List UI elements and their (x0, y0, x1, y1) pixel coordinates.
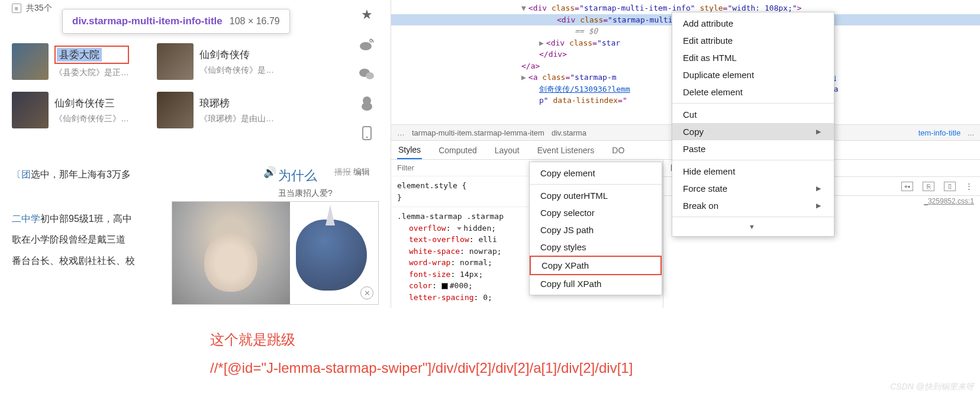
annotation-text: 这个就是跳级 //*[@id="J-lemma-starmap-swiper"]… (210, 325, 633, 382)
menu-edit-html[interactable]: Edit as HTML (672, 49, 834, 66)
tooltip-dimensions: 108 × 16.79 (230, 16, 280, 27)
breadcrumb-item-active[interactable]: tem-info-title (918, 128, 961, 137)
menu-copy[interactable]: Copy▶ (672, 123, 834, 140)
weibo-icon[interactable] (358, 36, 376, 53)
mobile-icon[interactable] (358, 124, 376, 142)
svg-point-0 (360, 42, 372, 50)
menu-copy-styles[interactable]: Copy styles (530, 238, 662, 256)
tab-layout[interactable]: Layout (494, 142, 521, 159)
item-title: 县委大院 (57, 48, 102, 62)
chevron-right-icon: ▶ (816, 185, 821, 192)
item-description: 《仙剑奇侠传三》… (54, 114, 129, 124)
element-context-menu: Add attribute Edit attribute Edit as HTM… (672, 12, 834, 237)
item-thumbnail (157, 43, 194, 80)
article-link[interactable]: 〔团 (12, 169, 31, 179)
panel-icon[interactable]: ▯ (944, 182, 956, 191)
menu-hide[interactable]: Hide element (672, 163, 834, 180)
breadcrumb-ellipsis[interactable]: ... (968, 128, 974, 137)
item-description: 《琅琊榜》是由山… (199, 114, 274, 124)
menu-copy-jspath[interactable]: Copy JS path (530, 221, 662, 238)
doc-icon: ≡ (12, 4, 21, 13)
item-description: 《仙剑奇侠传》是… (199, 65, 274, 76)
element-inspector-tooltip: div.starmap-multi-item-info-title 108 × … (62, 9, 290, 34)
starmap-item[interactable]: 仙剑奇侠传 《仙剑奇侠传》是… (157, 43, 290, 80)
article-link[interactable]: 二中学 (12, 214, 40, 224)
svg-point-7 (366, 137, 368, 138)
tab-computed[interactable]: Computed (437, 142, 478, 159)
menu-edit-attribute[interactable]: Edit attribute (672, 32, 834, 49)
starmap-item[interactable]: 仙剑奇侠传三 《仙剑奇侠传三》… (12, 92, 145, 128)
item-thumbnail (12, 43, 49, 80)
count-text: 共35个 (26, 3, 52, 14)
baby-photo (172, 202, 290, 304)
why-subtitle: 丑当康招人爱? (278, 188, 333, 199)
new-style-icon[interactable]: +▪ (901, 182, 913, 191)
close-icon[interactable]: ✕ (360, 286, 373, 299)
tab-dom[interactable]: DO (611, 142, 626, 159)
starmap-items-grid: 县委大院 《县委大院》是正… 仙剑奇侠传 《仙剑奇侠传》是… 仙剑奇侠传三 《仙… (12, 43, 379, 128)
menu-break-on[interactable]: Break on▶ (672, 197, 834, 214)
menu-copy-element[interactable]: Copy element (530, 165, 662, 182)
chevron-right-icon: ▶ (816, 202, 821, 209)
menu-copy-outerhtml[interactable]: Copy outerHTML (530, 187, 662, 204)
menu-copy-full-xpath[interactable]: Copy full XPath (530, 275, 662, 292)
breadcrumb-item[interactable]: div.starma (552, 128, 586, 137)
menu-force-state[interactable]: Force state▶ (672, 180, 834, 197)
social-sidebar: ★ (352, 0, 382, 142)
menu-copy-xpath[interactable]: Copy XPath (530, 256, 662, 275)
item-title: 仙剑奇侠传三 (54, 96, 129, 110)
menu-delete[interactable]: Delete element (672, 83, 834, 101)
menu-expand-icon[interactable]: ▼ (672, 220, 834, 234)
item-title: 琅琊榜 (199, 96, 274, 110)
more-icon[interactable]: ⋮ (965, 182, 973, 191)
tooltip-selector: div.starmap-multi-item-info-title (72, 15, 223, 27)
sound-icon[interactable]: 🔊 (263, 166, 276, 179)
copy-submenu: Copy element Copy outerHTML Copy selecto… (529, 162, 662, 295)
menu-duplicate[interactable]: Duplicate element (672, 66, 834, 83)
menu-paste[interactable]: Paste (672, 140, 834, 157)
watermark: CSDN @快到锅里来呀 (890, 382, 974, 392)
starmap-item[interactable]: 琅琊榜 《琅琊榜》是由山… (157, 92, 290, 128)
tab-event-listeners[interactable]: Event Listeners (536, 142, 596, 159)
item-title: 仙剑奇侠传 (199, 48, 274, 62)
wechat-icon[interactable] (358, 65, 376, 83)
content-image: ✕ (172, 201, 379, 305)
why-title[interactable]: 为什么 (278, 167, 333, 185)
svg-point-5 (362, 102, 372, 111)
menu-copy-selector[interactable]: Copy selector (530, 204, 662, 221)
menu-add-attribute[interactable]: Add attribute (672, 15, 834, 32)
why-section: 为什么 丑当康招人爱? (278, 167, 333, 199)
qq-icon[interactable] (358, 95, 376, 112)
star-icon[interactable]: ★ (358, 6, 376, 24)
tab-styles[interactable]: Styles (397, 141, 422, 159)
svg-point-3 (366, 72, 374, 79)
menu-cut[interactable]: Cut (672, 106, 834, 123)
edit-label[interactable]: 播报编辑 (334, 167, 370, 178)
toggle-classes-icon[interactable]: ⎘ (923, 182, 934, 191)
item-description: 《县委大院》是正… (54, 67, 129, 78)
item-thumbnail (157, 92, 194, 128)
breadcrumb-ellipsis[interactable]: … (397, 128, 405, 137)
starmap-item[interactable]: 县委大院 《县委大院》是正… (12, 43, 145, 80)
breadcrumb-item[interactable]: tarmap-multi-item.starmap-lemma-item (412, 128, 544, 137)
item-thumbnail (12, 92, 49, 128)
chevron-right-icon: ▶ (816, 128, 821, 136)
